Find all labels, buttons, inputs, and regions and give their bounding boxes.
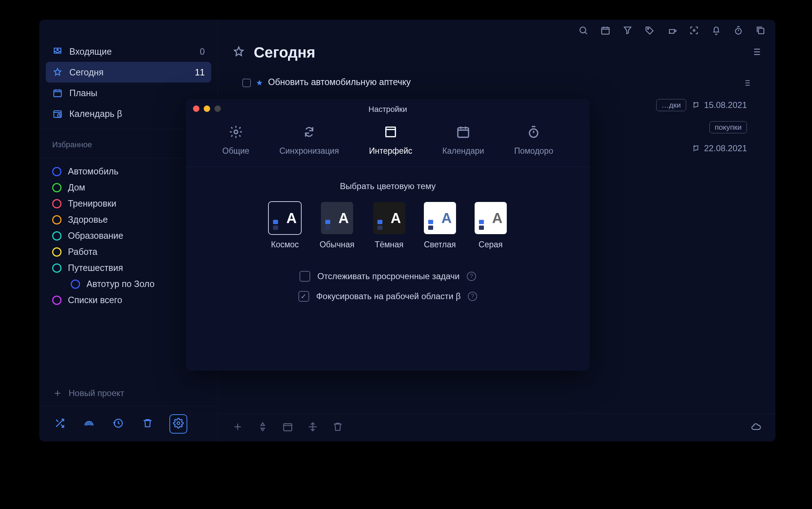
history-icon[interactable] [111,416,126,432]
windows-icon[interactable] [756,25,766,37]
project-label: Образование [68,231,123,241]
theme-label: Тёмная [375,240,403,249]
sidebar-item-count: 0 [200,46,205,57]
project-color-icon [52,183,61,192]
help-icon[interactable]: ? [467,272,476,281]
settings-tab-gear[interactable]: Общие [222,125,249,156]
project-label: Путешествия [68,263,123,273]
settings-tab-timer[interactable]: Помодоро [514,125,553,156]
settings-tab-label: Синхронизация [279,146,339,156]
settings-traffic-lights[interactable] [193,105,221,112]
project-label: Тренировки [68,198,116,209]
svg-point-3 [177,422,180,425]
help-icon[interactable]: ? [468,292,477,301]
shuffle-icon[interactable] [52,416,67,432]
search-icon[interactable] [578,25,588,37]
focus-icon[interactable] [689,25,699,37]
tag-icon[interactable] [645,25,655,37]
sidebar-item-label: Входящие [69,46,112,57]
checkbox[interactable] [298,291,309,302]
project-color-icon [52,263,61,273]
task-tag: …дки [656,99,686,111]
sidebar-item-inbox[interactable]: Входящие 0 [46,41,211,62]
project-color-icon [52,199,61,208]
calendar-clock-icon [52,108,63,119]
star-icon [52,67,63,78]
task-checkbox[interactable] [242,79,251,87]
settings-tab-label: Интерфейс [369,146,412,156]
sidebar-item-star[interactable]: Сегодня 11 [46,62,211,83]
svg-point-11 [234,130,238,134]
theme-section-title: Выбрать цветовую тему [200,181,575,191]
checkbox[interactable] [299,271,310,282]
filter-icon[interactable] [623,25,633,37]
settings-tab-window[interactable]: Интерфейс [369,125,412,156]
settings-tab-sync[interactable]: Синхронизация [279,125,339,156]
subtasks-icon[interactable] [742,78,751,89]
project-label: Работа [68,247,98,257]
project-color-icon [52,167,61,176]
settings-icon[interactable] [169,414,187,434]
task-tag: покупки [709,121,747,133]
coffee-icon[interactable] [667,25,677,37]
schedule-icon[interactable] [282,421,293,434]
rainbow-icon[interactable] [81,416,96,432]
sidebar-item-label: Сегодня [69,67,104,78]
plus-icon: ＋ [52,386,63,400]
theme-option[interactable]: A Тёмная [373,202,405,249]
task-row[interactable]: ★ Обновить автомобильную аптечку [232,72,761,94]
task-title: Обновить автомобильную аптечку [268,77,737,87]
trash-icon[interactable] [140,416,155,432]
settings-title: Настройки [186,99,590,114]
svg-rect-0 [54,90,61,97]
project-color-icon [71,280,80,289]
theme-option[interactable]: A Светлая [424,202,456,249]
new-project-button[interactable]: ＋ Новый проект [39,380,218,406]
settings-tab-label: Общие [222,146,249,156]
calendar-icon[interactable] [600,25,610,37]
delete-icon[interactable] [332,421,343,434]
settings-tab-label: Календари [442,146,484,156]
project-label: Автотур по Золо [86,279,154,289]
task-date: 15.08.2021 [693,100,747,110]
timer-icon [526,125,541,141]
svg-rect-12 [386,127,396,137]
add-icon[interactable] [232,421,243,434]
gear-icon [229,125,243,141]
page-title: Сегодня [254,44,315,61]
view-options-icon[interactable] [751,46,761,59]
task-date: 22.08.2021 [693,143,747,153]
theme-option[interactable]: A Космос [269,202,301,249]
svg-rect-9 [758,28,764,34]
settings-checkbox-row[interactable]: Отслеживать просроченные задачи ? [299,271,476,282]
settings-window: Настройки ОбщиеСинхронизацияИнтерфейсКал… [186,99,590,371]
star-icon: ★ [256,78,263,88]
timer-icon[interactable] [733,25,743,37]
project-color-icon [52,231,61,241]
checkbox-label: Отслеживать просроченные задачи [317,271,460,281]
project-label: Дом [68,182,85,193]
theme-label: Светлая [424,240,456,249]
favorite-star-icon[interactable] [232,45,245,60]
checkbox-label: Фокусировать на рабочей области β [316,291,461,301]
theme-option[interactable]: A Серая [475,202,507,249]
project-label: Автомобиль [68,166,118,177]
window-icon [383,125,398,141]
sidebar-item-label: Календарь β [69,109,122,119]
settings-tab-calendar[interactable]: Календари [442,125,484,156]
svg-rect-10 [284,424,292,431]
priority-icon[interactable] [257,421,268,434]
sync-status-icon[interactable] [751,421,761,434]
calendar-icon [456,125,470,141]
sidebar-item-label: Планы [69,88,97,98]
bell-icon[interactable] [711,25,721,37]
theme-label: Обычная [320,240,355,249]
settings-checkbox-row[interactable]: Фокусировать на рабочей области β ? [298,291,477,302]
svg-point-7 [693,30,695,31]
project-label: Здоровье [68,214,108,225]
move-icon[interactable] [307,421,318,434]
theme-option[interactable]: A Обычная [320,202,355,249]
svg-point-4 [580,27,586,33]
sync-icon [302,125,316,141]
svg-rect-5 [602,28,609,34]
